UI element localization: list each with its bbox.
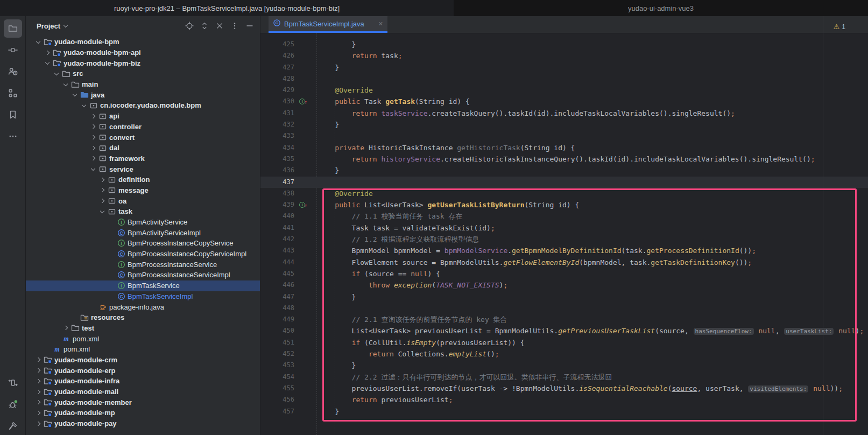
chevron-right-icon[interactable] [97,188,107,192]
tree-item-framework[interactable]: framework [26,153,260,164]
code-line-426[interactable]: 426 return task; [260,50,868,61]
chevron-right-icon[interactable] [33,401,43,404]
editor-body[interactable]: 425 }426 return task;427 }428429 @Overri… [260,33,868,417]
code-line-444[interactable]: 444 FlowElement source = BpmnModelUtils.… [260,257,868,268]
close-icon[interactable]: ✕ [378,20,383,27]
code-line-441[interactable]: 441 Task task = validateTaskExist(id); [260,222,868,234]
locate-icon[interactable] [185,21,194,31]
tree-item-test[interactable]: test [26,323,260,334]
chevron-right-icon[interactable] [88,136,97,139]
code-line-431[interactable]: 431 return taskService.createTaskQuery()… [260,108,868,119]
chevron-down-icon[interactable] [63,23,68,27]
tree-item-java[interactable]: java [26,89,260,100]
more-options-icon[interactable] [230,21,239,31]
tree-item-dal[interactable]: dal [26,143,260,153]
tree-item-convert[interactable]: convert [26,132,260,143]
chevron-right-icon[interactable] [61,326,70,329]
code-line-433[interactable]: 433 [260,130,868,142]
chevron-right-icon[interactable] [88,115,97,118]
code-line-428[interactable]: 428 [260,73,868,85]
code-line-457[interactable]: 457 } [260,406,868,417]
code-line-440[interactable]: 440 // 1.1 校验当前任务 task 存在 [260,211,868,222]
chevron-down-icon[interactable] [70,94,79,96]
chevron-down-icon[interactable] [97,211,107,213]
code-line-434[interactable]: 434 private HistoricTaskInstance getHist… [260,142,868,153]
tree-item-yudao-module-crm[interactable]: yudao-module-crm [26,355,260,366]
commit-icon[interactable] [4,41,22,59]
tree-item-src[interactable]: src [26,68,260,79]
chevron-down-icon[interactable] [33,41,43,43]
tree-item-main[interactable]: main [26,79,260,90]
tree-item-service[interactable]: service [26,164,260,174]
back-window-titlebar[interactable]: yudao-ui-admin-vue3 [454,0,868,16]
code-line-442[interactable]: 442 // 1.2 根据流程定义获取流程模型信息 [260,234,868,245]
chevron-right-icon[interactable] [88,157,97,160]
debug-icon[interactable] [4,395,22,413]
tree-item-bpmactivityservice[interactable]: IBpmActivityService [26,217,260,228]
code-line-427[interactable]: 427 } [260,62,868,73]
tree-item-yudao-module-member[interactable]: yudao-module-member [26,397,260,408]
code-line-430[interactable]: 430I↑ public Task getTask(String id) { [260,96,868,107]
code-line-446[interactable]: 446 throw exception(TASK_NOT_EXISTS); [260,279,868,291]
tree-item-message[interactable]: message [26,185,260,196]
build-icon[interactable] [4,417,22,435]
chevron-right-icon[interactable] [33,358,43,361]
tree-item-pom-xml[interactable]: mpom.xml [26,333,260,344]
project-panel-title[interactable]: Project [37,22,60,30]
chevron-right-icon[interactable] [88,125,97,128]
code-line-455[interactable]: 455 previousUserList.removeIf(userTask -… [260,383,868,394]
code-line-449[interactable]: 449 // 2.1 查询该任务的前置任务节点的 key 集合 [260,314,868,325]
chevron-right-icon[interactable] [33,380,43,383]
tree-item-bpmactivityserviceimpl[interactable]: CBpmActivityServiceImpl [26,227,260,238]
tree-item-bpmtaskservice[interactable]: IBpmTaskService [26,280,260,291]
tree-item-yudao-module-mp[interactable]: yudao-module-mp [26,408,260,418]
code-line-454[interactable]: 454 // 2.2 过滤：只有串行可到达的节点，才可以回退。类似非串行、子流程… [260,371,868,383]
chevron-right-icon[interactable] [97,199,107,202]
code-line-452[interactable]: 452 return Collections.emptyList(); [260,348,868,360]
bookmarks-icon[interactable] [4,106,22,124]
collapse-all-icon[interactable] [215,21,224,31]
tree-item-bpmprocessinstanceservice[interactable]: IBpmProcessInstanceService [26,259,260,270]
chevron-down-icon[interactable] [79,104,88,107]
tree-item-yudao-module-bpm[interactable]: yudao-module-bpm [26,37,260,47]
tree-item-yudao-module-pay[interactable]: yudao-module-pay [26,418,260,429]
tree-item-definition[interactable]: definition [26,174,260,185]
more-icon[interactable] [4,127,22,145]
chevron-down-icon[interactable] [52,73,61,75]
chevron-down-icon[interactable] [61,83,70,86]
chevron-down-icon[interactable] [43,62,52,64]
chevron-right-icon[interactable] [43,51,52,54]
tree-item-yudao-module-bpm-biz[interactable]: yudao-module-bpm-biz [26,58,260,68]
code-line-447[interactable]: 447 } [260,291,868,303]
tree-item-oa[interactable]: oa [26,195,260,206]
chevron-right-icon[interactable] [33,369,43,372]
hide-icon[interactable] [245,21,255,31]
code-line-453[interactable]: 453 } [260,360,868,371]
tree-item-yudao-module-mall[interactable]: yudao-module-mall [26,387,260,397]
code-line-436[interactable]: 436 } [260,165,868,176]
tree-item-bpmtaskserviceimpl[interactable]: CBpmTaskServiceImpl [26,291,260,302]
project-folder-icon[interactable] [4,19,22,38]
tree-item-yudao-module-erp[interactable]: yudao-module-erp [26,365,260,376]
tree-item-bpmprocessinstanceserviceimpl[interactable]: CBpmProcessInstanceServiceImpl [26,270,260,280]
chevron-down-icon[interactable] [88,168,97,170]
tree-item-yudao-module-infra[interactable]: yudao-module-infra [26,376,260,387]
chevron-right-icon[interactable] [33,390,43,394]
structure-icon[interactable] [4,84,22,102]
tree-item-controller[interactable]: controller [26,122,260,132]
code-line-451[interactable]: 451 if (CollUtil.isEmpty(previousUserLis… [260,337,868,348]
code-line-456[interactable]: 456 return previousUserList; [260,394,868,405]
tree-item-yudao-module-bpm-api[interactable]: yudao-module-bpm-api [26,47,260,58]
tree-item-pom-xml[interactable]: mpom.xml [26,344,260,355]
code-line-425[interactable]: 425 } [260,39,868,50]
code-line-439[interactable]: 439I↑ public List<UserTask> getUserTaskL… [260,199,868,211]
code-line-437[interactable]: 437 [260,177,868,188]
tree-item-api[interactable]: api [26,111,260,122]
code-line-443[interactable]: 443 BpmnModel bpmnModel = bpmModelServic… [260,245,868,256]
chevron-right-icon[interactable] [88,146,97,150]
code-line-445[interactable]: 445 if (source == null) { [260,268,868,279]
tree-item-bpmprocessinstancecopyserviceimpl[interactable]: CBpmProcessInstanceCopyServiceImpl [26,249,260,259]
chevron-right-icon[interactable] [97,178,107,181]
code-line-435[interactable]: 435 return historyService.createHistoric… [260,153,868,165]
tree-item-package-info-java[interactable]: package-info.java [26,301,260,312]
